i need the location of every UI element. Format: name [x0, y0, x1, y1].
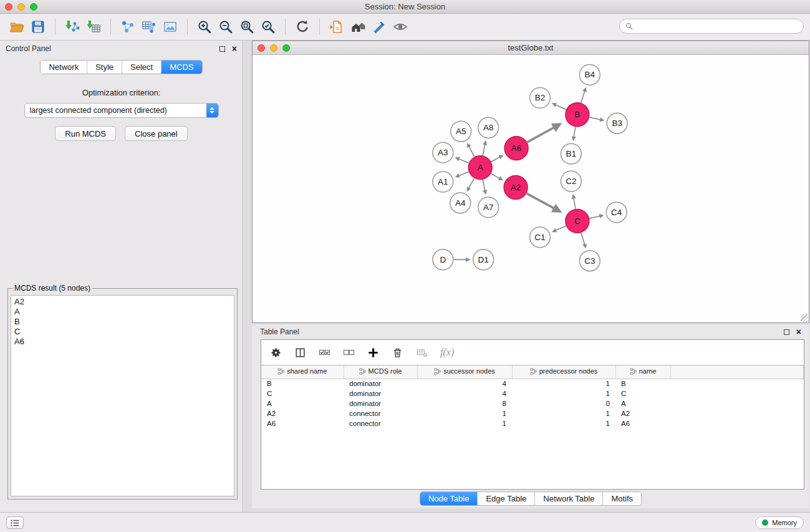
mcds-result-item[interactable]: A2	[14, 297, 231, 307]
table-cell[interactable]: A6	[615, 418, 670, 428]
table-cell[interactable]: 1	[512, 418, 615, 428]
table-cell[interactable]: dominator	[344, 389, 417, 399]
new-network-button[interactable]	[118, 17, 137, 36]
float-panel-icon[interactable]	[219, 46, 225, 52]
network-close-button[interactable]	[258, 44, 265, 52]
show-panel-list-button[interactable]	[6, 516, 24, 529]
close-panel-button[interactable]: Close panel	[125, 126, 188, 141]
mcds-result-item[interactable]: C	[14, 327, 231, 337]
home-button[interactable]	[349, 17, 367, 36]
graph-node-C3[interactable]: C3	[579, 251, 600, 271]
graph-node-A7[interactable]: A7	[478, 197, 499, 218]
graph-node-A8[interactable]: A8	[478, 117, 499, 138]
tab-select[interactable]: Select	[122, 60, 161, 74]
graph-node-A[interactable]: A	[468, 156, 492, 180]
memory-button[interactable]: Memory	[755, 516, 804, 529]
network-table-button[interactable]	[140, 17, 158, 36]
column-header-name[interactable]: name	[615, 365, 670, 379]
column-header-successor-nodes[interactable]: successor nodes	[417, 365, 512, 379]
graph-edge[interactable]	[456, 172, 468, 177]
delete-table-button[interactable]	[416, 347, 428, 359]
save-session-button[interactable]	[29, 17, 47, 36]
search-field[interactable]	[619, 19, 804, 34]
resize-grip-icon[interactable]	[801, 314, 808, 322]
table-cell[interactable]: 8	[417, 399, 512, 409]
table-row[interactable]: Bdominator41B	[261, 379, 804, 389]
table-cell[interactable]: connector	[344, 418, 417, 428]
table-settings-button[interactable]	[270, 347, 282, 359]
node-table[interactable]: shared nameMCDS rolesuccessor nodesprede…	[261, 365, 804, 489]
graph-node-B2[interactable]: B2	[530, 87, 551, 108]
table-tab-node-table[interactable]: Node Table	[420, 492, 478, 505]
graph-node-D[interactable]: D	[433, 249, 453, 270]
table-cell[interactable]: 4	[417, 379, 512, 389]
mcds-result-item[interactable]: A6	[14, 337, 231, 347]
close-window-button[interactable]	[5, 3, 12, 11]
graph-node-C2[interactable]: C2	[561, 171, 581, 191]
table-cell[interactable]: A2	[615, 409, 670, 418]
graph-edge[interactable]	[528, 124, 561, 142]
graph-node-C[interactable]: C	[566, 209, 589, 233]
graph-edge[interactable]	[491, 173, 503, 180]
table-cell[interactable]: 1	[417, 418, 512, 428]
graph-node-D1[interactable]: D1	[473, 249, 494, 270]
table-row[interactable]: Adominator80A	[261, 399, 804, 409]
graph-edge[interactable]	[573, 195, 575, 208]
tab-style[interactable]: Style	[87, 60, 122, 74]
graph-edge[interactable]	[468, 143, 475, 157]
mcds-result-item[interactable]: A	[14, 307, 231, 317]
graph-node-A2[interactable]: A2	[504, 176, 528, 200]
show-hide-button[interactable]	[391, 17, 410, 36]
table-cell[interactable]: 4	[417, 389, 512, 399]
tab-network[interactable]: Network	[41, 60, 87, 74]
table-cell[interactable]: 0	[512, 399, 615, 409]
graph-edge[interactable]	[581, 233, 586, 248]
graph-node-B4[interactable]: B4	[579, 64, 600, 85]
graph-node-B1[interactable]: B1	[561, 143, 581, 164]
graph-edge[interactable]	[552, 226, 566, 231]
unselect-all-button[interactable]	[343, 347, 355, 359]
graph-edge[interactable]	[467, 178, 474, 191]
graph-edge[interactable]	[589, 215, 603, 218]
graph-node-A1[interactable]: A1	[433, 172, 453, 192]
export-image-button[interactable]	[161, 17, 180, 36]
table-cell[interactable]: 1	[512, 409, 615, 418]
import-network-button[interactable]	[63, 17, 82, 36]
table-cell[interactable]: B	[615, 379, 670, 389]
table-tab-motifs[interactable]: Motifs	[602, 492, 641, 505]
style-button[interactable]	[370, 17, 388, 36]
search-input[interactable]	[636, 22, 798, 31]
show-columns-button[interactable]	[294, 347, 306, 359]
close-table-panel-icon[interactable]: ×	[796, 329, 801, 335]
function-builder-button[interactable]: f(x)	[440, 347, 454, 358]
graph-edge[interactable]	[581, 88, 586, 103]
table-cell[interactable]: A6	[261, 418, 344, 428]
table-cell[interactable]: 1	[512, 379, 615, 389]
graph-edge[interactable]	[527, 193, 561, 211]
graph-edge[interactable]	[483, 180, 486, 194]
close-panel-icon[interactable]: ×	[232, 46, 237, 52]
graph-node-B[interactable]: B	[566, 103, 589, 127]
zoom-fit-button[interactable]	[238, 17, 256, 36]
run-mcds-button[interactable]: Run MCDS	[55, 126, 116, 141]
open-session-button[interactable]	[327, 17, 346, 36]
zoom-window-button[interactable]	[30, 3, 37, 11]
table-cell[interactable]: C	[615, 389, 670, 399]
table-cell[interactable]: 1	[417, 409, 512, 418]
graph-node-A6[interactable]: A6	[504, 137, 528, 160]
table-cell[interactable]: A	[261, 399, 344, 409]
column-header-MCDS-role[interactable]: MCDS role	[344, 365, 417, 379]
table-row[interactable]: A6connector11A6	[261, 418, 804, 428]
open-file-button[interactable]	[7, 17, 26, 36]
add-column-button[interactable]	[367, 347, 379, 359]
zoom-in-button[interactable]	[195, 17, 214, 36]
column-header-predecessor-nodes[interactable]: predecessor nodes	[512, 365, 615, 379]
graph-node-C4[interactable]: C4	[606, 202, 627, 223]
graph-edge[interactable]	[491, 155, 503, 162]
zoom-out-button[interactable]	[216, 17, 235, 36]
apply-layout-button[interactable]	[293, 17, 312, 36]
table-row[interactable]: Cdominator41C	[261, 389, 804, 399]
float-table-panel-icon[interactable]	[784, 329, 789, 335]
table-cell[interactable]: connector	[344, 409, 417, 418]
network-canvas[interactable]: B4B2BB3A5A8A6B1A3AA1C2A2A4A7C4CC1C3DD1	[253, 55, 809, 322]
